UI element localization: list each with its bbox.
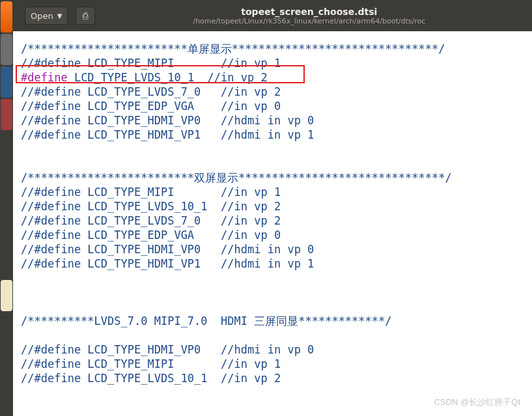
code-line: [21, 328, 527, 342]
titlebar: Open ▼ ⎙ topeet_screen_choose.dtsi /home…: [13, 0, 532, 31]
code-line: //#define LCD_TYPE_HDMI_VP0 //hdmi in vp…: [21, 242, 527, 257]
unity-launcher: [0, 0, 13, 416]
code-line: /************************单屏显示***********…: [21, 42, 527, 56]
code-line: //#define LCD_TYPE_LVDS_10_1 //in vp 2: [21, 199, 527, 214]
code-line: //#define LCD_TYPE_HDMI_VP0 //hdmi in vp…: [21, 113, 527, 128]
code-line: [21, 271, 527, 285]
code-line: [21, 285, 527, 299]
file-title: topeet_screen_choose.dtsi: [193, 7, 425, 17]
code-line: /**********LVDS_7.0 MIPI_7.0 HDMI 三屏同显**…: [21, 314, 527, 328]
code-line: /*************************双屏显示**********…: [21, 171, 527, 185]
new-tab-button[interactable]: ⎙: [76, 7, 95, 25]
code-line: //#define LCD_TYPE_MIPI //in vp 1: [21, 185, 527, 199]
new-tab-icon: ⎙: [83, 10, 88, 21]
launcher-item[interactable]: [1, 66, 12, 98]
code-line: //#define LCD_TYPE_HDMI_VP1 //hdmi in vp…: [21, 128, 527, 142]
title-block: topeet_screen_choose.dtsi /home/topeet/L…: [193, 7, 425, 25]
file-path: /home/topeet/Linux/rk356x_linux/kernel/a…: [193, 17, 425, 25]
editor-area[interactable]: /************************单屏显示***********…: [13, 31, 532, 416]
open-button[interactable]: Open ▼: [25, 7, 68, 25]
code-line: //#define LCD_TYPE_MIPI //in vp 1: [21, 56, 527, 70]
code-line: [21, 299, 527, 314]
code-line: //#define LCD_TYPE_LVDS_7_0 //in vp 2: [21, 214, 527, 228]
code-line: //#define LCD_TYPE_LVDS_10_1 //in vp 2: [21, 371, 527, 385]
watermark: CSDN @长沙红胖子Qt: [434, 396, 520, 408]
code-line: //#define LCD_TYPE_HDMI_VP1 //hdmi in vp…: [21, 257, 527, 271]
chevron-down-icon: ▼: [57, 12, 63, 20]
code-line: #define LCD_TYPE_LVDS_10_1 //in vp 2: [21, 70, 527, 85]
code-line: //#define LCD_TYPE_EDP_VGA //in vp 0: [21, 99, 527, 113]
launcher-item[interactable]: [1, 1, 12, 33]
launcher-item[interactable]: [1, 280, 12, 311]
code-line: //#define LCD_TYPE_HDMI_VP0 //hdmi in vp…: [21, 342, 527, 357]
launcher-item[interactable]: [1, 34, 12, 65]
code-line: //#define LCD_TYPE_LVDS_7_0 //in vp 2: [21, 85, 527, 99]
code-line: //#define LCD_TYPE_MIPI //in vp 1: [21, 357, 527, 371]
launcher-item[interactable]: [1, 99, 12, 130]
code-line: [21, 142, 527, 156]
code-line: [21, 156, 527, 171]
code-line: //#define LCD_TYPE_EDP_VGA //in vp 0: [21, 228, 527, 242]
open-label: Open: [31, 11, 53, 21]
